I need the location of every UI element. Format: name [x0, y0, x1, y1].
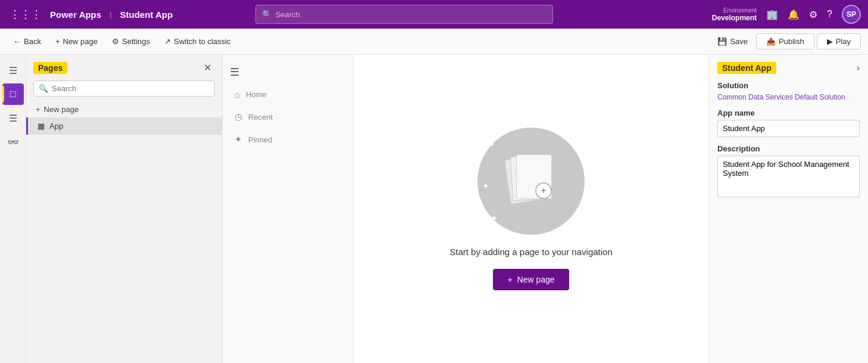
pages-app-icon: ▦ — [38, 122, 45, 131]
canvas-empty-text: Start by adding a page to your navigatio… — [449, 247, 613, 257]
pages-search-box[interactable]: 🔍 — [33, 80, 215, 97]
switch-icon: ↗ — [164, 37, 171, 46]
search-icon: 🔍 — [262, 10, 272, 19]
main-layout: ☰ □ ☰ 👓 Pages ✕ 🔍 + New page ▦ App ☰ ⌂ H… — [0, 55, 868, 363]
pages-search-icon: 🔍 — [39, 84, 48, 93]
nav-item-recent[interactable]: ◷ Recent — [223, 106, 353, 128]
app-name-label: App name — [717, 108, 860, 117]
canvas-illustration: + ✦ ✧ ✦ ✧ ✦ — [477, 128, 585, 235]
environment-icon[interactable]: 🏢 — [766, 9, 778, 20]
global-search-box[interactable]: 🔍 — [255, 5, 553, 24]
nav-pinned-label: Pinned — [248, 135, 272, 144]
search-input[interactable] — [276, 10, 547, 19]
publish-icon: 📤 — [766, 37, 776, 46]
nav-preview-panel: ☰ ⌂ Home ◷ Recent ✦ Pinned — [223, 55, 354, 363]
pages-new-page-label: New page — [44, 105, 79, 114]
add-page-circle: + — [535, 182, 552, 199]
play-icon: ▶ — [827, 37, 833, 46]
canvas-plus-icon: + — [507, 275, 512, 284]
environment-label: Environment — [723, 7, 757, 14]
right-panel: Student App › Solution Common Data Servi… — [708, 55, 868, 363]
pages-title: Pages — [33, 62, 67, 74]
settings-button[interactable]: ⚙ Settings — [106, 34, 156, 49]
toolbar-right: 💾 Save 📤 Publish ▶ Play — [711, 33, 861, 49]
icon-bar-data[interactable]: ☰ — [2, 107, 24, 129]
pages-plus-icon: + — [36, 105, 40, 114]
icon-bar-menu[interactable]: ☰ — [2, 60, 24, 81]
save-icon: 💾 — [717, 37, 727, 46]
app-name-section: App name — [717, 108, 860, 137]
nav-recent-label: Recent — [248, 113, 273, 122]
back-button[interactable]: ← Back — [7, 34, 47, 49]
save-button[interactable]: 💾 Save — [711, 34, 754, 49]
sparkle-4: ✧ — [569, 218, 576, 228]
icon-bar-variables[interactable]: 👓 — [2, 131, 24, 153]
right-panel-chevron-icon[interactable]: › — [857, 63, 860, 73]
canvas-new-page-label: New page — [517, 275, 555, 284]
description-textarea[interactable]: Student App for School Management System — [717, 156, 860, 197]
sparkle-1: ✦ — [488, 139, 495, 149]
play-button[interactable]: ▶ Play — [817, 33, 861, 49]
solution-label: Solution — [717, 81, 860, 90]
sparkle-2: ✧ — [564, 134, 572, 143]
pages-stack-graphic: + — [504, 154, 558, 208]
avatar[interactable]: SP — [842, 5, 861, 24]
recent-icon: ◷ — [235, 111, 242, 122]
switch-classic-button[interactable]: ↗ Switch to classic — [158, 34, 236, 49]
pages-new-page-button[interactable]: + New page — [26, 101, 222, 117]
title-divider: | — [110, 10, 111, 19]
environment-name: Development — [712, 14, 757, 22]
back-label: Back — [24, 37, 41, 46]
save-label: Save — [730, 37, 748, 46]
pages-panel-header: Pages ✕ — [26, 55, 222, 80]
solution-section: Solution Common Data Services Default So… — [717, 81, 860, 101]
pages-app-label: App — [49, 122, 63, 131]
app-name-input[interactable] — [717, 120, 860, 137]
plus-icon: + — [55, 37, 60, 46]
icon-bar-pages[interactable]: □ — [2, 83, 24, 105]
nav-item-pinned[interactable]: ✦ Pinned — [223, 128, 353, 151]
pages-app-item[interactable]: ▦ App — [26, 117, 222, 135]
right-panel-header: Student App › — [717, 62, 860, 74]
right-panel-title: Student App — [717, 62, 776, 74]
pages-search-input[interactable] — [52, 84, 210, 93]
pinned-icon: ✦ — [235, 134, 242, 145]
settings-label: Settings — [122, 37, 150, 46]
description-label: Description — [717, 144, 860, 153]
home-icon: ⌂ — [235, 89, 240, 100]
description-section: Description Student App for School Manag… — [717, 144, 860, 199]
pages-panel: Pages ✕ 🔍 + New page ▦ App — [26, 55, 223, 363]
new-page-toolbar-label: New page — [63, 37, 98, 46]
app-brand-title: Power Apps — [50, 10, 101, 20]
apps-grid-icon[interactable]: ⋮⋮⋮ — [7, 5, 44, 23]
top-navigation: ⋮⋮⋮ Power Apps | Student App 🔍 Environme… — [0, 0, 868, 29]
main-canvas: + ✦ ✧ ✦ ✧ ✦ Start by adding a page to yo… — [354, 55, 708, 363]
nav-home-label: Home — [246, 90, 267, 99]
play-label: Play — [836, 37, 851, 46]
pages-close-button[interactable]: ✕ — [200, 61, 215, 75]
publish-button[interactable]: 📤 Publish — [756, 33, 814, 49]
nav-item-home[interactable]: ⌂ Home — [223, 83, 353, 106]
switch-classic-label: Switch to classic — [174, 37, 230, 46]
toolbar: ← Back + New page ⚙ Settings ↗ Switch to… — [0, 29, 868, 55]
sparkle-3: ✦ — [491, 213, 498, 223]
canvas-new-page-button[interactable]: + New page — [493, 269, 569, 290]
settings-icon[interactable]: ⚙ — [809, 9, 817, 20]
new-page-toolbar-button[interactable]: + New page — [49, 34, 104, 49]
help-icon[interactable]: ? — [827, 9, 832, 20]
project-title: Student App — [120, 10, 173, 20]
back-icon: ← — [13, 37, 21, 46]
nav-menu-icon[interactable]: ☰ — [223, 61, 353, 83]
notification-icon[interactable]: 🔔 — [788, 9, 800, 20]
sparkle-5: ✦ — [482, 181, 489, 191]
environment-info: Environment Development — [712, 7, 757, 22]
icon-bar: ☰ □ ☰ 👓 — [0, 55, 26, 363]
publish-label: Publish — [779, 37, 804, 46]
topnav-right-section: Environment Development 🏢 🔔 ⚙ ? SP — [712, 5, 861, 24]
settings-gear-icon: ⚙ — [112, 37, 119, 46]
solution-link[interactable]: Common Data Services Default Solution — [717, 93, 845, 101]
